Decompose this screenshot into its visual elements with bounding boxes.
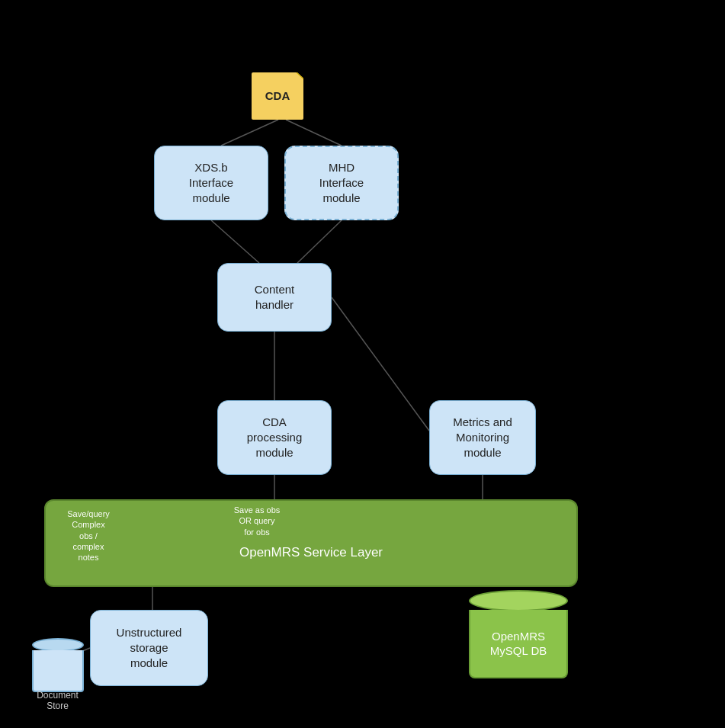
mysql-cylinder-top [469,590,568,611]
document-store-label: Document Store [29,690,86,711]
svg-line-3 [297,220,342,263]
cda-processing-module: CDAprocessingmodule [217,400,332,475]
diagram-container: CDA XDS.bInterfacemodule MHDInterfacemod… [0,0,725,728]
metrics-monitoring-module: Metrics andMonitoringmodule [429,400,536,475]
openmrs-mysql-db: OpenMRSMySQL DB [465,579,572,678]
cda-note-label: CDA [265,88,290,104]
mhd-module: MHDInterfacemodule [284,146,399,220]
metrics-label: Metrics andMonitoringmodule [453,415,512,461]
mysql-cylinder-body: OpenMRSMySQL DB [469,610,568,678]
svg-line-1 [286,120,342,146]
doc-store-cylinder-body [32,650,84,692]
cda-note: CDA [252,72,303,120]
save-as-obs-label: Save as obsOR queryfor obs [207,505,306,537]
svg-line-5 [332,297,429,431]
mysql-db-label: OpenMRSMySQL DB [490,629,547,659]
cda-processing-label: CDAprocessingmodule [247,415,303,461]
svg-line-0 [221,120,278,146]
save-query-complex-label: Save/queryComplexobs /complexnotes [50,508,127,563]
document-store [29,631,86,692]
xdsb-module: XDS.bInterfacemodule [154,146,268,220]
unstructured-storage-module: Unstructuredstoragemodule [90,610,208,686]
unstructured-storage-label: Unstructuredstoragemodule [117,625,182,672]
xdsb-label: XDS.bInterfacemodule [189,160,233,207]
content-handler: Contenthandler [217,263,332,332]
mhd-label: MHDInterfacemodule [319,160,364,207]
content-handler-label: Contenthandler [255,282,295,313]
svg-line-2 [211,220,259,263]
